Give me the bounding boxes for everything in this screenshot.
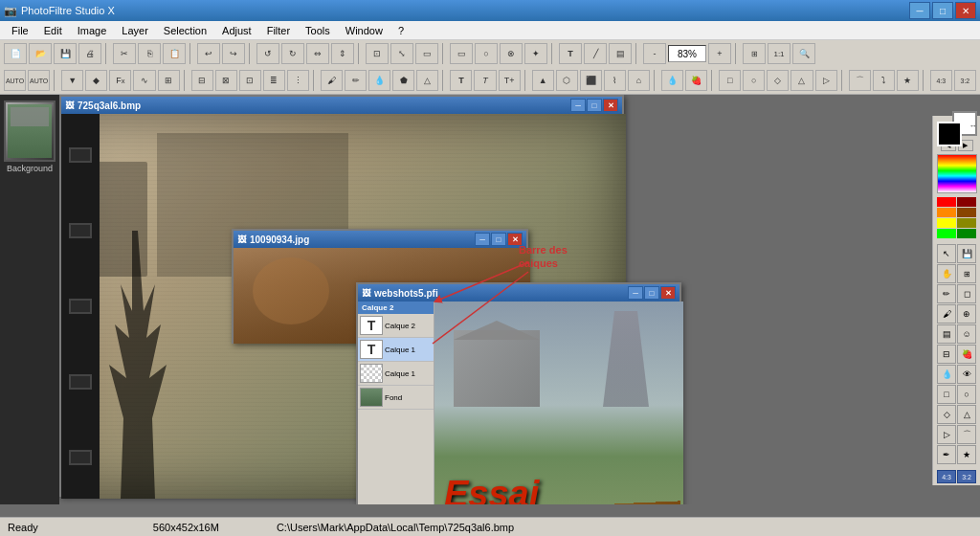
tb2-auto2[interactable]: AUTO xyxy=(28,70,50,91)
tb-zoom-fit[interactable]: ⊞ xyxy=(743,43,766,64)
tool-diamond[interactable]: ◇ xyxy=(937,405,956,424)
close-button[interactable]: ✕ xyxy=(955,2,976,19)
tool-save2[interactable]: 💾 xyxy=(957,244,976,263)
pfi-doc-restore[interactable]: □ xyxy=(644,286,659,300)
tool-eraser[interactable]: ◻ xyxy=(957,284,976,303)
tb-undo[interactable]: ↩ xyxy=(197,43,220,64)
tb2-e5[interactable]: ▷ xyxy=(815,70,837,91)
main-doc-titlebar[interactable]: 🖼 725q3al6.bmp ─ □ ✕ xyxy=(61,97,622,114)
tb-line[interactable]: ╱ xyxy=(584,43,607,64)
layer-item-1[interactable]: T Calque 2 xyxy=(358,314,434,338)
tb2-wave[interactable]: ⌇ xyxy=(604,70,626,91)
tb-print[interactable]: 🖨 xyxy=(78,43,101,64)
tool-fill2[interactable]: ▤ xyxy=(937,324,956,344)
swap-colors-icon[interactable]: ↔ xyxy=(969,122,977,130)
tb-rotate-left[interactable]: ↺ xyxy=(256,43,279,64)
tb2-brush1[interactable]: 🖌 xyxy=(321,70,343,91)
zoom-input[interactable] xyxy=(668,45,706,62)
tb-zoom-100[interactable]: 1:1 xyxy=(768,43,791,64)
tb2-b9[interactable]: △ xyxy=(416,70,438,91)
tb-fill[interactable]: ▤ xyxy=(609,43,632,64)
menu-edit[interactable]: Edit xyxy=(36,23,70,38)
layer-item-3[interactable]: Calque 1 xyxy=(358,362,434,386)
tb2-ratio1[interactable]: 4:3 xyxy=(930,70,952,91)
tool-star[interactable]: 🍓 xyxy=(957,345,976,364)
menu-tools[interactable]: Tools xyxy=(298,23,338,38)
tb2-b1[interactable]: ▼ xyxy=(61,70,83,91)
tb-flip-v[interactable]: ⇕ xyxy=(331,43,354,64)
main-doc-restore[interactable]: □ xyxy=(587,99,602,112)
tb-copy[interactable]: ⎘ xyxy=(138,43,161,64)
swatch-darkred[interactable] xyxy=(957,197,976,207)
jpg-doc-minimize[interactable]: ─ xyxy=(475,233,490,246)
fg-color-swatch[interactable] xyxy=(937,122,962,146)
tool-water[interactable]: 💧 xyxy=(937,365,956,384)
tb2-b2[interactable]: ◆ xyxy=(85,70,107,91)
tb-save[interactable]: 💾 xyxy=(54,43,77,64)
tb-resize[interactable]: ⤡ xyxy=(390,43,413,64)
tb2-ratio2[interactable]: 3:2 xyxy=(954,70,976,91)
tb2-b3[interactable]: Fx xyxy=(109,70,131,91)
tool-stamp[interactable]: ⊕ xyxy=(957,304,976,324)
layer-item-2[interactable]: T Calque 1 xyxy=(358,338,434,362)
tool-pen[interactable]: ✒ xyxy=(937,445,956,464)
tb2-e3[interactable]: ◇ xyxy=(767,70,789,91)
tb2-r3[interactable]: ★ xyxy=(897,70,919,91)
swatch-olive[interactable] xyxy=(957,218,976,228)
tb2-auto1[interactable]: AUTO xyxy=(4,70,26,91)
tb2-r1[interactable]: ⌒ xyxy=(849,70,871,91)
tb-select-ellipse[interactable]: ○ xyxy=(475,43,498,64)
tb2-e4[interactable]: △ xyxy=(791,70,813,91)
swatch-brown[interactable] xyxy=(957,208,976,217)
menu-selection[interactable]: Selection xyxy=(156,23,214,38)
tb-paste[interactable]: 📋 xyxy=(163,43,186,64)
tb2-e1[interactable]: □ xyxy=(719,70,741,91)
tb2-r2[interactable]: ⤵ xyxy=(873,70,895,91)
menu-filter[interactable]: Filter xyxy=(259,23,298,38)
tb2-b4[interactable]: ∿ xyxy=(133,70,155,91)
tb-flip-h[interactable]: ⇔ xyxy=(306,43,329,64)
zoom-in-btn[interactable]: + xyxy=(708,43,731,64)
menu-help[interactable]: ? xyxy=(390,23,412,38)
tb-search[interactable]: 🔍 xyxy=(792,43,815,64)
tb2-b7[interactable]: ⋮ xyxy=(287,70,309,91)
tool-rect2[interactable]: □ xyxy=(937,385,956,404)
ratio-4-3[interactable]: 4:3 xyxy=(937,470,956,483)
jpg-doc-restore[interactable]: □ xyxy=(491,233,506,246)
tb-select-lasso[interactable]: ⊗ xyxy=(500,43,523,64)
tb2-shape3[interactable]: ⬛ xyxy=(580,70,602,91)
tool-scroll2[interactable]: ⊞ xyxy=(957,264,976,283)
tb-cut[interactable]: ✂ xyxy=(113,43,136,64)
main-doc-close[interactable]: ✕ xyxy=(603,99,618,112)
tb-canvas[interactable]: ▭ xyxy=(415,43,438,64)
tb2-e2[interactable]: ○ xyxy=(743,70,765,91)
tb2-b8[interactable]: ⬟ xyxy=(392,70,414,91)
ratio-3-2[interactable]: 3:2 xyxy=(957,470,976,483)
pfi-doc-close[interactable]: ✕ xyxy=(660,286,676,300)
tool-arrow2[interactable]: ▷ xyxy=(937,425,956,444)
tb2-brush2[interactable]: ✏ xyxy=(345,70,367,91)
tb2-text3[interactable]: T+ xyxy=(499,70,521,91)
menu-adjust[interactable]: Adjust xyxy=(214,23,259,38)
tool-special[interactable]: ★ xyxy=(957,445,976,464)
pfi-doc-minimize[interactable]: ─ xyxy=(628,286,643,300)
tb-redo[interactable]: ↪ xyxy=(222,43,245,64)
tb2-text2[interactable]: T xyxy=(474,70,496,91)
restore-button[interactable]: □ xyxy=(932,2,953,19)
tool-brush[interactable]: 🖌 xyxy=(937,304,956,324)
tb2-shape2[interactable]: ⬡ xyxy=(556,70,578,91)
tb2-step[interactable]: ⌂ xyxy=(628,70,650,91)
tb2-p1[interactable]: 💧 xyxy=(661,70,683,91)
tb2-text1[interactable]: T xyxy=(450,70,472,91)
tool-hand[interactable]: ✋ xyxy=(937,264,956,283)
tb2-b6[interactable]: ≣ xyxy=(263,70,285,91)
tool-circle2[interactable]: ○ xyxy=(957,385,976,404)
color-gradient[interactable] xyxy=(937,154,977,193)
tb-select-magic[interactable]: ✦ xyxy=(524,43,547,64)
tb-rotate-right[interactable]: ↻ xyxy=(281,43,304,64)
swatch-darkgreen[interactable] xyxy=(957,229,976,238)
swatch-red[interactable] xyxy=(937,197,956,207)
menu-image[interactable]: Image xyxy=(70,23,115,38)
tb-open[interactable]: 📂 xyxy=(29,43,52,64)
tb2-p2[interactable]: 🍓 xyxy=(685,70,707,91)
